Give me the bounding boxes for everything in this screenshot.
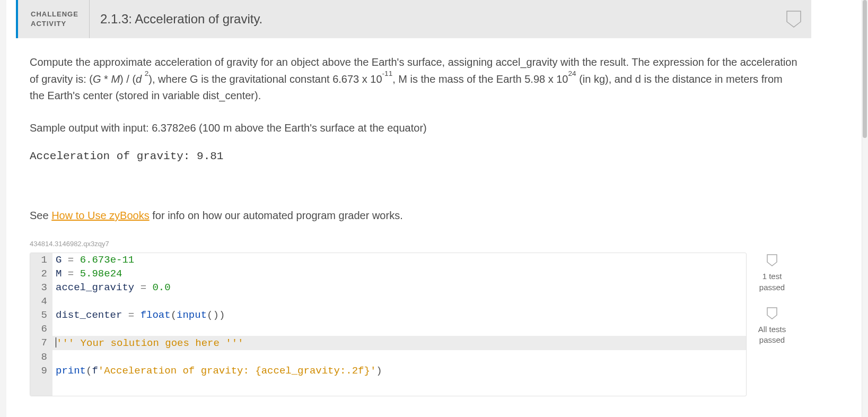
code-token: =: [122, 309, 140, 321]
instr-frag: ), where G is the gravitational constant…: [148, 73, 382, 85]
code-line[interactable]: 4: [30, 294, 746, 308]
code-token: =: [62, 268, 80, 280]
line-number: 5: [30, 308, 52, 322]
code-content[interactable]: [52, 350, 746, 364]
code-token: ()): [207, 309, 225, 321]
one-test-status: 1 test passed: [747, 254, 797, 293]
how-to-use-zybooks-link[interactable]: How to Use zyBooks: [51, 210, 150, 221]
page-scrollbar-track[interactable]: [862, 0, 868, 417]
exp-24: 24: [568, 70, 576, 77]
activity-title: 2.1.3: Acceleration of gravity.: [90, 0, 262, 38]
code-token: 6.673e-11: [80, 254, 135, 266]
code-content[interactable]: dist_center = float(input()): [52, 308, 746, 322]
grader-help-line: See How to Use zyBooks for info on how o…: [30, 207, 797, 224]
one-test-line2: passed: [747, 282, 797, 293]
test-status-column: 1 test passed All tests passed: [747, 253, 797, 359]
formula-exp-2: 2: [145, 70, 149, 77]
code-token: G: [56, 254, 62, 266]
code-token: ''' Your solution goes here ''': [56, 337, 243, 349]
exp-neg11: -11: [382, 70, 393, 77]
code-content[interactable]: M = 5.98e24: [52, 267, 746, 281]
code-token: f: [92, 365, 98, 377]
text-cursor: [56, 337, 56, 348]
code-content[interactable]: [52, 378, 746, 396]
line-number: 3: [30, 281, 52, 294]
code-token: (: [86, 365, 92, 377]
code-content[interactable]: G = 6.673e-11: [52, 253, 746, 267]
code-token: =: [62, 254, 80, 266]
code-token: dist_center: [56, 309, 122, 321]
code-line[interactable]: 9print(f'Acceleration of gravity: {accel…: [30, 364, 746, 378]
code-line[interactable]: 7''' Your solution goes here ''': [30, 336, 746, 350]
code-token: input: [177, 309, 207, 321]
instr-frag: ) / (: [120, 73, 136, 85]
code-content[interactable]: [52, 294, 746, 308]
all-tests-status: All tests passed: [747, 307, 797, 346]
see-pre: See: [30, 210, 51, 221]
code-content[interactable]: accel_gravity = 0.0: [52, 281, 746, 294]
instr-frag: , M is the mass of the Earth 5.98 x 10: [392, 73, 568, 85]
code-token: ): [376, 365, 382, 377]
one-test-line1: 1 test: [747, 271, 797, 282]
code-line[interactable]: 5dist_center = float(input()): [30, 308, 746, 322]
all-tests-line1: All tests: [747, 324, 797, 335]
code-token: 0.0: [152, 282, 170, 293]
code-content[interactable]: ''' Your solution goes here ''': [52, 336, 746, 350]
code-token: 'Acceleration of gravity: {accel_gravity…: [98, 365, 376, 377]
formula-var-g: G: [93, 73, 101, 85]
code-line[interactable]: 8: [30, 350, 746, 364]
line-number: 7: [30, 336, 52, 350]
line-number: 8: [30, 350, 52, 364]
code-token: (: [171, 309, 177, 321]
activity-content: Compute the approximate acceleration of …: [16, 38, 811, 396]
instructions-text: Compute the approximate acceleration of …: [30, 54, 797, 104]
activity-kicker: CHALLENGE ACTIVITY: [18, 0, 90, 38]
code-content[interactable]: print(f'Acceleration of gravity: {accel_…: [52, 364, 746, 378]
code-token: M: [56, 268, 62, 280]
activity-kicker-line1: CHALLENGE: [31, 10, 78, 19]
line-number: 1: [30, 253, 52, 267]
formula-var-d: d: [136, 73, 142, 85]
all-tests-line2: passed: [747, 335, 797, 345]
line-number: 4: [30, 294, 52, 308]
code-line[interactable]: 3accel_gravity = 0.0: [30, 281, 746, 294]
instr-frag: [142, 73, 145, 85]
checkbox-icon: [766, 254, 778, 267]
code-token: 5.98e24: [80, 268, 122, 280]
sample-output-label: Sample output with input: 6.3782e6 (100 …: [30, 120, 797, 136]
code-line[interactable]: 2M = 5.98e24: [30, 267, 746, 281]
code-token: =: [134, 282, 152, 293]
activity-kicker-line2: ACTIVITY: [31, 19, 78, 29]
code-editor[interactable]: 1G = 6.673e-112M = 5.98e243accel_gravity…: [30, 253, 747, 396]
code-line[interactable]: 1G = 6.673e-11: [30, 253, 746, 267]
line-number: 2: [30, 267, 52, 281]
code-line-blank[interactable]: [30, 378, 746, 396]
activity-hash: 434814.3146982.qx3zqy7: [30, 239, 797, 249]
formula-var-m: M: [111, 73, 120, 85]
completion-badge-icon: [786, 10, 802, 28]
see-post: for info on how our automated program gr…: [150, 210, 403, 221]
code-line[interactable]: 6: [30, 322, 746, 336]
activity-header: CHALLENGE ACTIVITY 2.1.3: Acceleration o…: [16, 0, 811, 38]
code-token: float: [141, 309, 171, 321]
page-scrollbar-thumb[interactable]: [863, 0, 867, 138]
line-number: 9: [30, 364, 52, 378]
gutter-blank: [30, 378, 52, 396]
page-left-margin: [0, 0, 6, 417]
sample-output-text: Acceleration of gravity: 9.81: [30, 148, 797, 166]
code-content[interactable]: [52, 322, 746, 336]
code-token: accel_gravity: [56, 282, 134, 293]
line-number: 6: [30, 322, 52, 336]
instr-frag: *: [101, 73, 111, 85]
checkbox-icon: [766, 307, 778, 320]
code-token: print: [56, 365, 86, 377]
